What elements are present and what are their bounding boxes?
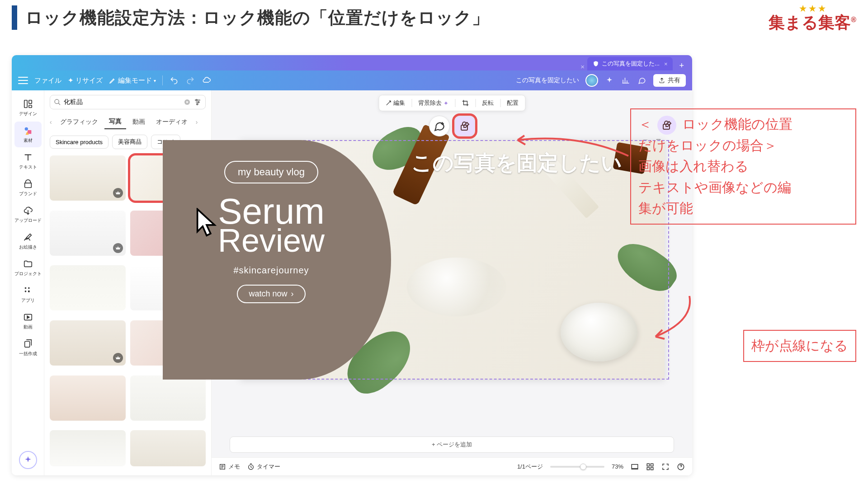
close-icon[interactable]: × — [580, 63, 585, 70]
sparkle-icon: ✦ — [68, 76, 74, 84]
rail-draw[interactable]: お絵描き — [14, 228, 42, 254]
file-title[interactable]: この写真を固定したい — [516, 76, 579, 84]
undo-button[interactable] — [169, 75, 179, 85]
rail-bulk[interactable]: 一括作成 — [14, 335, 42, 361]
zoom-value: 73% — [612, 463, 623, 470]
asset-thumbnail[interactable] — [50, 265, 126, 310]
asset-thumbnail[interactable] — [50, 375, 126, 421]
view-list-icon[interactable] — [631, 463, 639, 471]
tab-graphic[interactable]: グラフィック — [56, 115, 103, 129]
svg-rect-10 — [24, 342, 29, 347]
cloud-up-icon — [23, 205, 33, 216]
filter-chip[interactable]: 美容商品 — [112, 135, 147, 149]
menu-edit-mode[interactable]: 編集モード▾ — [109, 76, 156, 85]
comment-button[interactable] — [637, 75, 647, 85]
asset-thumbnail[interactable] — [130, 375, 206, 421]
rail-apps[interactable]: アプリ — [14, 282, 42, 307]
rail-brand[interactable]: ブランド — [14, 175, 42, 201]
svg-point-15 — [197, 103, 198, 105]
view-grid-icon[interactable] — [646, 463, 654, 471]
ctx-bg-remove[interactable]: 背景除去✦ — [416, 98, 450, 108]
hamburger-icon[interactable] — [18, 77, 28, 84]
design-panel[interactable]: my beauty vlog Serum Review #skincarejou… — [163, 140, 391, 380]
rail-video[interactable]: 動画 — [14, 308, 42, 334]
ctx-arrange[interactable]: 配置 — [505, 98, 520, 108]
chevron-left-icon[interactable]: ‹ — [48, 118, 54, 126]
context-toolbar: 編集 背景除去✦ 反転 配置 — [378, 95, 525, 111]
redo-button[interactable] — [185, 75, 195, 85]
trademark: ® — [851, 16, 856, 23]
rail-text[interactable]: テキスト — [14, 148, 42, 174]
watch-now-button[interactable]: watch now› — [237, 285, 305, 303]
menu-file[interactable]: ファイル — [34, 76, 61, 85]
tab-video[interactable]: 動画 — [128, 115, 150, 129]
add-page-button[interactable]: + ページを追加 — [230, 436, 674, 453]
sparkle-icon: ✦ — [443, 100, 448, 107]
bottom-bar: メモ タイマー 1/1ページ 73% — [212, 457, 692, 475]
arrow-icon — [511, 131, 633, 163]
svg-point-11 — [55, 99, 59, 103]
bulk-icon — [23, 338, 33, 349]
pill-label[interactable]: my beauty vlog — [224, 161, 318, 183]
script-heading[interactable]: Serum Review — [218, 196, 325, 254]
cloud-sync-icon[interactable] — [202, 75, 212, 85]
timer-button[interactable]: タイマー — [247, 463, 280, 471]
analytics-button[interactable] — [621, 75, 631, 85]
search-box — [50, 95, 206, 109]
grid-icon — [23, 285, 33, 296]
ctx-crop[interactable] — [460, 98, 471, 108]
svg-rect-0 — [24, 100, 27, 108]
rail-project[interactable]: プロジェクト — [14, 255, 42, 281]
search-icon — [54, 99, 61, 106]
tab-audio[interactable]: オーディオ — [151, 115, 192, 129]
page-counter: 1/1ページ — [517, 463, 543, 471]
rail-upload[interactable]: アップロード — [14, 202, 42, 227]
svg-rect-26 — [651, 467, 653, 469]
search-input[interactable] — [64, 99, 181, 106]
layout-icon — [23, 99, 33, 109]
shield-icon — [593, 61, 599, 67]
app-window: × この写真を固定した... × + ファイル ✦リサイズ 編集モード▾ この写… — [12, 55, 692, 475]
rail-design[interactable]: デザイン — [14, 95, 42, 121]
svg-rect-23 — [647, 464, 649, 466]
note-icon — [219, 463, 226, 470]
rail-elements[interactable]: 素材 — [14, 122, 42, 147]
asset-thumbnail[interactable] — [50, 320, 126, 366]
chevron-down-icon: ▾ — [154, 78, 156, 83]
asset-thumbnail[interactable] — [130, 430, 206, 466]
help-icon[interactable] — [677, 463, 685, 471]
filter-icon[interactable] — [193, 98, 202, 106]
asset-thumbnail[interactable] — [50, 211, 126, 256]
ai-assistant-button[interactable] — [19, 451, 37, 469]
browser-tab[interactable]: この写真を固定した... × — [587, 57, 673, 70]
asset-thumbnail[interactable] — [50, 155, 126, 201]
fullscreen-icon[interactable] — [661, 463, 670, 471]
ctx-edit[interactable]: 編集 — [383, 98, 407, 108]
zoom-slider[interactable] — [550, 466, 604, 468]
hashtag-text[interactable]: #skincarejourney — [233, 265, 309, 276]
tab-close-icon[interactable]: × — [664, 61, 668, 67]
crown-icon — [113, 353, 123, 363]
svg-point-3 — [24, 127, 28, 131]
asset-tabs: ‹ グラフィック 写真 動画 オーディオ › — [44, 112, 211, 132]
app-header: ファイル ✦リサイズ 編集モード▾ この写真を固定したい 共有 — [12, 70, 692, 90]
chevron-right-icon[interactable]: › — [194, 118, 200, 126]
sparkle-button[interactable] — [604, 75, 614, 85]
ctx-flip[interactable]: 反転 — [480, 98, 495, 108]
tab-photo[interactable]: 写真 — [104, 115, 126, 129]
svg-rect-24 — [651, 464, 653, 466]
memo-button[interactable]: メモ — [219, 463, 240, 471]
lock-position-button[interactable] — [454, 116, 475, 136]
brand-logo: ★ ★ ★ 集まる集客® — [769, 5, 856, 34]
clear-icon[interactable] — [184, 99, 191, 106]
new-tab-button[interactable]: + — [675, 61, 689, 70]
canvas-page[interactable]: この写真を固定したい my beauty vlog Serum Review #… — [240, 140, 665, 380]
avatar[interactable] — [585, 74, 598, 87]
menu-resize[interactable]: ✦リサイズ — [68, 76, 103, 85]
filter-chip[interactable]: Skincare products — [50, 136, 108, 149]
share-button[interactable]: 共有 — [653, 74, 686, 87]
upload-icon — [659, 77, 665, 84]
slide-title: ロック機能設定方法：ロック機能の「位置だけをロック」 — [25, 6, 490, 29]
asset-thumbnail[interactable] — [50, 430, 126, 466]
comment-float-button[interactable] — [429, 116, 450, 136]
